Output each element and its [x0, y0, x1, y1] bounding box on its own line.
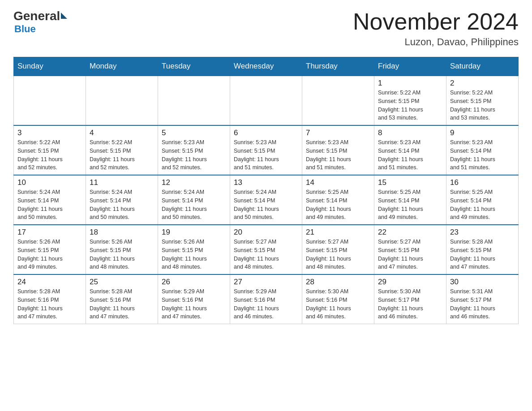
day-number: 19 — [162, 228, 226, 237]
calendar-cell: 6Sunrise: 5:23 AM Sunset: 5:15 PM Daylig… — [230, 125, 302, 175]
day-number: 10 — [17, 178, 82, 187]
day-number: 16 — [450, 178, 515, 187]
header-thursday: Thursday — [302, 57, 374, 76]
day-number: 12 — [162, 178, 226, 187]
day-info: Sunrise: 5:26 AM Sunset: 5:15 PM Dayligh… — [90, 238, 154, 271]
calendar-table: SundayMondayTuesdayWednesdayThursdayFrid… — [13, 57, 519, 324]
calendar-cell: 1Sunrise: 5:22 AM Sunset: 5:15 PM Daylig… — [374, 76, 446, 125]
calendar-cell: 9Sunrise: 5:23 AM Sunset: 5:14 PM Daylig… — [446, 125, 519, 175]
day-number: 29 — [378, 278, 442, 287]
calendar-cell: 19Sunrise: 5:26 AM Sunset: 5:15 PM Dayli… — [158, 225, 230, 274]
calendar-cell: 18Sunrise: 5:26 AM Sunset: 5:15 PM Dayli… — [86, 225, 158, 274]
day-number: 20 — [234, 228, 298, 237]
calendar-cell: 7Sunrise: 5:23 AM Sunset: 5:15 PM Daylig… — [302, 125, 374, 175]
calendar-cell: 8Sunrise: 5:23 AM Sunset: 5:14 PM Daylig… — [374, 125, 446, 175]
calendar-cell: 4Sunrise: 5:22 AM Sunset: 5:15 PM Daylig… — [86, 125, 158, 175]
day-info: Sunrise: 5:23 AM Sunset: 5:15 PM Dayligh… — [306, 138, 370, 172]
week-row-2: 3Sunrise: 5:22 AM Sunset: 5:15 PM Daylig… — [14, 125, 519, 175]
calendar-cell: 13Sunrise: 5:24 AM Sunset: 5:14 PM Dayli… — [230, 175, 302, 225]
calendar-cell: 12Sunrise: 5:24 AM Sunset: 5:14 PM Dayli… — [158, 175, 230, 225]
day-info: Sunrise: 5:23 AM Sunset: 5:15 PM Dayligh… — [162, 138, 226, 172]
day-number: 3 — [17, 128, 82, 137]
calendar-cell — [158, 76, 230, 125]
day-info: Sunrise: 5:24 AM Sunset: 5:14 PM Dayligh… — [234, 188, 298, 222]
page-header: General Blue November 2024 Luzon, Davao,… — [13, 9, 519, 48]
day-number: 27 — [234, 278, 298, 287]
day-number: 23 — [450, 228, 515, 237]
calendar-cell — [302, 76, 374, 125]
day-number: 14 — [306, 178, 370, 187]
day-number: 24 — [17, 278, 82, 287]
day-number: 1 — [378, 79, 442, 88]
day-number: 4 — [90, 128, 154, 137]
calendar-cell: 27Sunrise: 5:29 AM Sunset: 5:16 PM Dayli… — [230, 274, 302, 324]
calendar-cell: 17Sunrise: 5:26 AM Sunset: 5:15 PM Dayli… — [14, 225, 86, 274]
calendar-cell: 14Sunrise: 5:25 AM Sunset: 5:14 PM Dayli… — [302, 175, 374, 225]
day-number: 11 — [90, 178, 154, 187]
day-number: 26 — [162, 278, 226, 287]
day-info: Sunrise: 5:23 AM Sunset: 5:14 PM Dayligh… — [378, 138, 442, 172]
week-row-4: 17Sunrise: 5:26 AM Sunset: 5:15 PM Dayli… — [14, 225, 519, 274]
calendar-cell — [230, 76, 302, 125]
day-number: 30 — [450, 278, 515, 287]
week-row-1: 1Sunrise: 5:22 AM Sunset: 5:15 PM Daylig… — [14, 76, 519, 125]
day-number: 22 — [378, 228, 442, 237]
day-info: Sunrise: 5:24 AM Sunset: 5:14 PM Dayligh… — [162, 188, 226, 222]
day-number: 6 — [234, 128, 298, 137]
day-info: Sunrise: 5:28 AM Sunset: 5:16 PM Dayligh… — [90, 287, 154, 321]
day-info: Sunrise: 5:22 AM Sunset: 5:15 PM Dayligh… — [450, 89, 515, 122]
day-info: Sunrise: 5:27 AM Sunset: 5:15 PM Dayligh… — [306, 238, 370, 271]
logo-text: General — [13, 9, 67, 23]
day-info: Sunrise: 5:22 AM Sunset: 5:15 PM Dayligh… — [17, 138, 82, 172]
day-info: Sunrise: 5:22 AM Sunset: 5:15 PM Dayligh… — [90, 138, 154, 172]
day-info: Sunrise: 5:25 AM Sunset: 5:14 PM Dayligh… — [378, 188, 442, 222]
day-info: Sunrise: 5:25 AM Sunset: 5:14 PM Dayligh… — [450, 188, 515, 222]
day-info: Sunrise: 5:24 AM Sunset: 5:14 PM Dayligh… — [90, 188, 154, 222]
day-number: 9 — [450, 128, 515, 137]
calendar-cell: 11Sunrise: 5:24 AM Sunset: 5:14 PM Dayli… — [86, 175, 158, 225]
day-number: 25 — [90, 278, 154, 287]
location-subtitle: Luzon, Davao, Philippines — [353, 36, 519, 48]
title-area: November 2024 Luzon, Davao, Philippines — [353, 9, 519, 48]
day-info: Sunrise: 5:29 AM Sunset: 5:16 PM Dayligh… — [162, 287, 226, 321]
weekday-header-row: SundayMondayTuesdayWednesdayThursdayFrid… — [14, 57, 519, 76]
calendar-cell: 10Sunrise: 5:24 AM Sunset: 5:14 PM Dayli… — [14, 175, 86, 225]
week-row-5: 24Sunrise: 5:28 AM Sunset: 5:16 PM Dayli… — [14, 274, 519, 324]
calendar-cell: 5Sunrise: 5:23 AM Sunset: 5:15 PM Daylig… — [158, 125, 230, 175]
day-info: Sunrise: 5:27 AM Sunset: 5:15 PM Dayligh… — [378, 238, 442, 271]
week-row-3: 10Sunrise: 5:24 AM Sunset: 5:14 PM Dayli… — [14, 175, 519, 225]
logo-arrow-icon — [61, 13, 67, 19]
calendar-cell: 22Sunrise: 5:27 AM Sunset: 5:15 PM Dayli… — [374, 225, 446, 274]
month-year-title: November 2024 — [353, 9, 519, 34]
calendar-cell: 16Sunrise: 5:25 AM Sunset: 5:14 PM Dayli… — [446, 175, 519, 225]
header-sunday: Sunday — [14, 57, 86, 76]
day-info: Sunrise: 5:23 AM Sunset: 5:14 PM Dayligh… — [450, 138, 515, 172]
calendar-cell — [14, 76, 86, 125]
calendar-cell: 28Sunrise: 5:30 AM Sunset: 5:16 PM Dayli… — [302, 274, 374, 324]
day-info: Sunrise: 5:24 AM Sunset: 5:14 PM Dayligh… — [17, 188, 82, 222]
day-info: Sunrise: 5:28 AM Sunset: 5:15 PM Dayligh… — [450, 238, 515, 271]
day-info: Sunrise: 5:23 AM Sunset: 5:15 PM Dayligh… — [234, 138, 298, 172]
day-number: 8 — [378, 128, 442, 137]
calendar-cell: 2Sunrise: 5:22 AM Sunset: 5:15 PM Daylig… — [446, 76, 519, 125]
calendar-cell: 23Sunrise: 5:28 AM Sunset: 5:15 PM Dayli… — [446, 225, 519, 274]
day-info: Sunrise: 5:27 AM Sunset: 5:15 PM Dayligh… — [234, 238, 298, 271]
day-info: Sunrise: 5:31 AM Sunset: 5:17 PM Dayligh… — [450, 287, 515, 321]
calendar-cell: 26Sunrise: 5:29 AM Sunset: 5:16 PM Dayli… — [158, 274, 230, 324]
calendar-cell: 20Sunrise: 5:27 AM Sunset: 5:15 PM Dayli… — [230, 225, 302, 274]
header-monday: Monday — [86, 57, 158, 76]
day-number: 18 — [90, 228, 154, 237]
day-info: Sunrise: 5:29 AM Sunset: 5:16 PM Dayligh… — [234, 287, 298, 321]
calendar-cell: 29Sunrise: 5:30 AM Sunset: 5:17 PM Dayli… — [374, 274, 446, 324]
header-saturday: Saturday — [446, 57, 519, 76]
day-number: 15 — [378, 178, 442, 187]
calendar-cell: 21Sunrise: 5:27 AM Sunset: 5:15 PM Dayli… — [302, 225, 374, 274]
day-number: 17 — [17, 228, 82, 237]
day-info: Sunrise: 5:30 AM Sunset: 5:16 PM Dayligh… — [306, 287, 370, 321]
day-info: Sunrise: 5:22 AM Sunset: 5:15 PM Dayligh… — [378, 89, 442, 122]
day-number: 5 — [162, 128, 226, 137]
day-info: Sunrise: 5:30 AM Sunset: 5:17 PM Dayligh… — [378, 287, 442, 321]
day-number: 13 — [234, 178, 298, 187]
calendar-cell — [86, 76, 158, 125]
calendar-cell: 25Sunrise: 5:28 AM Sunset: 5:16 PM Dayli… — [86, 274, 158, 324]
